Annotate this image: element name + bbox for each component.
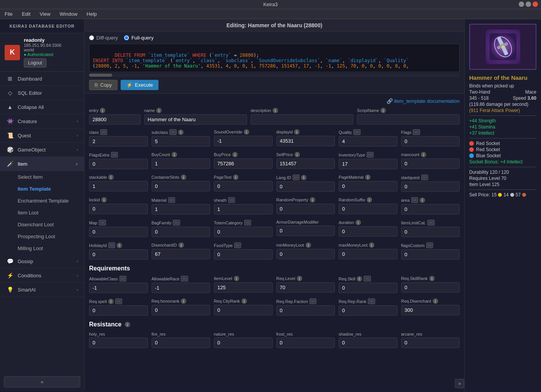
itemlimitcat-dots-button[interactable]: ··· xyxy=(427,220,434,226)
class-dots-button[interactable]: ··· xyxy=(100,129,107,135)
holy-res-input[interactable] xyxy=(89,338,148,348)
sidebar-item-creature[interactable]: 👾 Creature › xyxy=(0,114,84,128)
reqhonorrank-input[interactable] xyxy=(152,305,210,315)
reqspell-dots-button[interactable]: ··· xyxy=(115,298,122,304)
name-input[interactable] xyxy=(144,114,247,125)
shadow-res-input[interactable] xyxy=(339,338,397,348)
area-dots-button[interactable]: ··· xyxy=(411,197,418,203)
soundoverride-input[interactable] xyxy=(214,136,273,146)
sidebar-item-gameobject[interactable]: 🎲 GameObject › xyxy=(0,143,84,157)
pagematerial-input[interactable] xyxy=(339,181,397,191)
frost-res-input[interactable] xyxy=(276,338,335,348)
sheath-dots-button[interactable]: ··· xyxy=(228,197,235,203)
stackable-input[interactable] xyxy=(89,181,148,191)
logout-button[interactable]: Logout xyxy=(24,58,46,68)
sidebar-item-prospecting-loot[interactable]: Prospecting Loot xyxy=(0,231,84,242)
sidebar-item-item-template[interactable]: Item Template xyxy=(0,183,84,195)
reqskillrank-input[interactable] xyxy=(401,282,460,293)
allowableclass-input[interactable] xyxy=(89,283,148,293)
sidebar-item-gossip[interactable]: 💬 Gossip › xyxy=(0,254,84,268)
sidebar-item-quest[interactable]: 📜 Quest › xyxy=(0,128,84,143)
tab-full-query[interactable]: Full-query xyxy=(124,35,154,41)
reqskill-dots-button[interactable]: ··· xyxy=(364,276,371,282)
reqskill-input[interactable] xyxy=(339,283,397,293)
menu-edit[interactable]: Edit xyxy=(20,10,32,18)
flagsextra-dots-button[interactable]: ··· xyxy=(111,152,118,158)
quality-input[interactable] xyxy=(339,136,397,147)
randomproperty-input[interactable] xyxy=(276,204,335,214)
full-query-radio[interactable] xyxy=(124,35,129,40)
disenchantid-input[interactable] xyxy=(152,249,210,259)
langid-dots-button[interactable]: ··· xyxy=(293,175,299,180)
reqlevel-input[interactable] xyxy=(276,282,335,293)
sidebar-item-disenchant-loot[interactable]: Disenchant Loot xyxy=(0,219,84,231)
execute-button[interactable]: ⚡ Execute xyxy=(121,80,159,90)
foodtype-input[interactable] xyxy=(214,249,273,260)
minimize-button[interactable] xyxy=(519,2,524,7)
area-input[interactable] xyxy=(401,204,460,214)
diff-query-radio[interactable] xyxy=(89,35,94,40)
menu-view[interactable]: View xyxy=(38,10,52,18)
class-input[interactable] xyxy=(89,136,148,147)
sidebar-item-enchantment-template[interactable]: Enchantment Template xyxy=(0,195,84,207)
bagfamily-dots-button[interactable]: ··· xyxy=(173,220,180,226)
allowablerace-input[interactable] xyxy=(152,283,210,293)
flagscustom-dots-button[interactable]: ··· xyxy=(426,242,433,248)
collapse-sidebar-button[interactable]: « xyxy=(4,376,80,387)
entry-input[interactable] xyxy=(89,114,141,125)
query-scrollbar[interactable] xyxy=(89,74,460,77)
startquest-input[interactable] xyxy=(401,181,460,192)
buycount-input[interactable] xyxy=(152,158,210,169)
sidebar-item-milling-loot[interactable]: Milling Loot xyxy=(0,242,84,254)
reqspell-input[interactable] xyxy=(89,305,148,316)
sheath-input[interactable] xyxy=(214,204,273,214)
close-button[interactable] xyxy=(533,2,538,7)
flags-dots-button[interactable]: ··· xyxy=(413,129,420,135)
pagetext-input[interactable] xyxy=(214,181,273,191)
maximize-button[interactable] xyxy=(526,2,531,7)
reqreprank-dots-button[interactable]: ··· xyxy=(368,298,375,304)
itemlevel-input[interactable] xyxy=(214,282,273,293)
holidayid-input[interactable] xyxy=(89,249,148,260)
sidebar-item-collapse-all[interactable]: ▲ Collapse All xyxy=(0,100,84,114)
description-input[interactable] xyxy=(251,114,353,125)
menu-window[interactable]: Window xyxy=(58,10,79,18)
menu-file[interactable]: File xyxy=(3,10,14,18)
reqrepfaction-dots-button[interactable]: ··· xyxy=(309,298,316,304)
quality-dots-button[interactable]: ··· xyxy=(353,129,360,135)
reqdisenchant-input[interactable] xyxy=(401,305,460,315)
maxcount-input[interactable] xyxy=(401,158,460,169)
foodtype-dots-button[interactable]: ··· xyxy=(234,242,241,248)
sidebar-item-item[interactable]: 🗡️ Item ∨ xyxy=(0,157,84,171)
flags-input[interactable] xyxy=(401,136,460,147)
maxmoneyloot-input[interactable] xyxy=(339,249,397,259)
copy-button[interactable]: ⎘ Copy xyxy=(89,80,117,90)
flagsextra-input[interactable] xyxy=(89,159,148,169)
randomsuffix-input[interactable] xyxy=(339,204,397,214)
scriptname-input[interactable] xyxy=(357,114,460,125)
lockid-input[interactable] xyxy=(89,204,148,214)
material-input[interactable] xyxy=(152,204,210,214)
startquest-dots-button[interactable]: ··· xyxy=(421,175,428,180)
inventorytype-input[interactable] xyxy=(339,159,397,169)
sellprice-input[interactable] xyxy=(276,158,335,169)
sidebar-item-select-item[interactable]: Select Item xyxy=(0,171,84,183)
subclass-dots-button[interactable]: ··· xyxy=(169,129,176,135)
armordamagemodifier-input[interactable] xyxy=(276,226,335,236)
fire-res-input[interactable] xyxy=(152,338,210,348)
sidebar-item-item-loot[interactable]: Item Loot xyxy=(0,207,84,219)
inventorytype-dots-button[interactable]: ··· xyxy=(367,152,374,158)
nature-res-input[interactable] xyxy=(214,338,273,348)
reqreprank-input[interactable] xyxy=(339,305,397,316)
reqrepfaction-input[interactable] xyxy=(276,305,335,316)
buyprice-input[interactable] xyxy=(214,158,273,169)
tab-diff-query[interactable]: Diff-query xyxy=(89,35,118,41)
sidebar-item-sql-editor[interactable]: ◇ SQL Editor xyxy=(0,86,84,100)
allowablerace-dots-button[interactable]: ··· xyxy=(181,276,188,282)
bagfamily-input[interactable] xyxy=(152,227,210,237)
langid-input[interactable] xyxy=(276,181,335,192)
material-dots-button[interactable]: ··· xyxy=(168,197,175,203)
totemcategory-dots-button[interactable]: ··· xyxy=(244,220,251,226)
sidebar-item-dashboard[interactable]: ⊞ Dashboard xyxy=(0,72,84,86)
subclass-input[interactable] xyxy=(152,136,210,147)
